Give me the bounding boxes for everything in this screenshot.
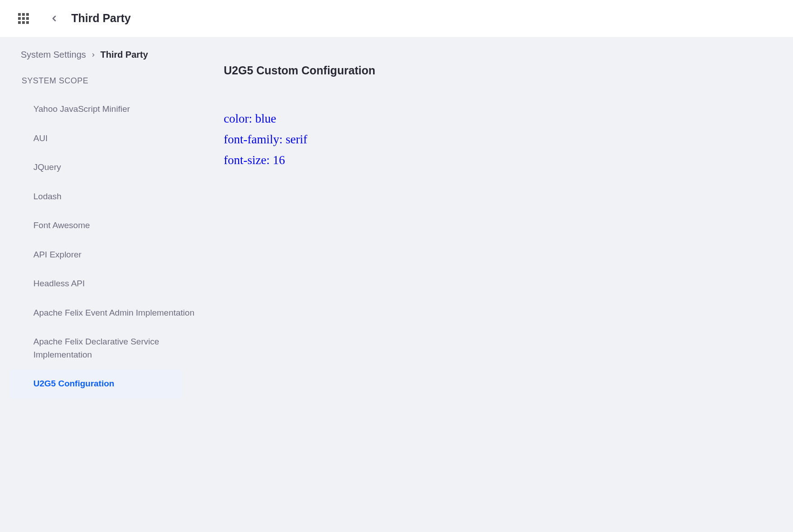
config-line: font-size: 16 xyxy=(224,150,775,171)
sidebar-item-api-explorer[interactable]: API Explorer xyxy=(0,240,206,270)
breadcrumb-current: Third Party xyxy=(101,50,148,60)
sidebar-item-apache-felix-declarative[interactable]: Apache Felix Declarative Service Impleme… xyxy=(0,327,206,369)
main-area: System Settings Third Party SYSTEM SCOPE… xyxy=(0,37,793,532)
sidebar-item-font-awesome[interactable]: Font Awesome xyxy=(0,211,206,240)
sidebar-item-label: API Explorer xyxy=(33,250,82,259)
sidebar-item-label: JQuery xyxy=(33,162,61,172)
sidebar-item-lodash[interactable]: Lodash xyxy=(0,182,206,211)
back-icon[interactable] xyxy=(50,14,59,23)
breadcrumb: System Settings Third Party xyxy=(0,50,206,69)
sidebar-item-label: Font Awesome xyxy=(33,220,90,230)
sidebar-item-yahoo-js-minifier[interactable]: Yahoo JavaScript Minifier xyxy=(0,95,206,124)
sidebar: System Settings Third Party SYSTEM SCOPE… xyxy=(0,37,206,532)
sidebar-item-label: Headless API xyxy=(33,279,85,288)
apps-grid-icon[interactable] xyxy=(18,13,29,24)
scope-label: SYSTEM SCOPE xyxy=(0,69,206,91)
sidebar-item-label: Apache Felix Event Admin Implementation xyxy=(33,308,194,317)
breadcrumb-parent[interactable]: System Settings xyxy=(21,50,86,60)
sidebar-item-jquery[interactable]: JQuery xyxy=(0,153,206,182)
sidebar-item-label: Lodash xyxy=(33,192,61,201)
config-output: color: blue font-family: serif font-size… xyxy=(224,109,775,171)
sidebar-item-label: Yahoo JavaScript Minifier xyxy=(33,104,130,114)
content-title: U2G5 Custom Configuration xyxy=(224,64,775,77)
chevron-right-icon xyxy=(91,50,96,60)
sidebar-item-aui[interactable]: AUI xyxy=(0,124,206,153)
config-line: font-family: serif xyxy=(224,129,775,150)
sidebar-item-label: U2G5 Configuration xyxy=(33,379,114,388)
sidebar-item-u2g5-configuration[interactable]: U2G5 Configuration xyxy=(10,369,182,399)
sidebar-item-label: AUI xyxy=(33,133,48,143)
top-bar: Third Party xyxy=(0,0,793,37)
sidebar-item-apache-felix-event-admin[interactable]: Apache Felix Event Admin Implementation xyxy=(0,298,206,328)
config-line: color: blue xyxy=(224,109,775,129)
sidebar-item-headless-api[interactable]: Headless API xyxy=(0,269,206,298)
sidebar-item-label: Apache Felix Declarative Service Impleme… xyxy=(33,337,159,359)
sidebar-nav: Yahoo JavaScript Minifier AUI JQuery Lod… xyxy=(0,91,206,399)
content-panel: U2G5 Custom Configuration color: blue fo… xyxy=(206,37,793,532)
page-title: Third Party xyxy=(71,12,131,25)
